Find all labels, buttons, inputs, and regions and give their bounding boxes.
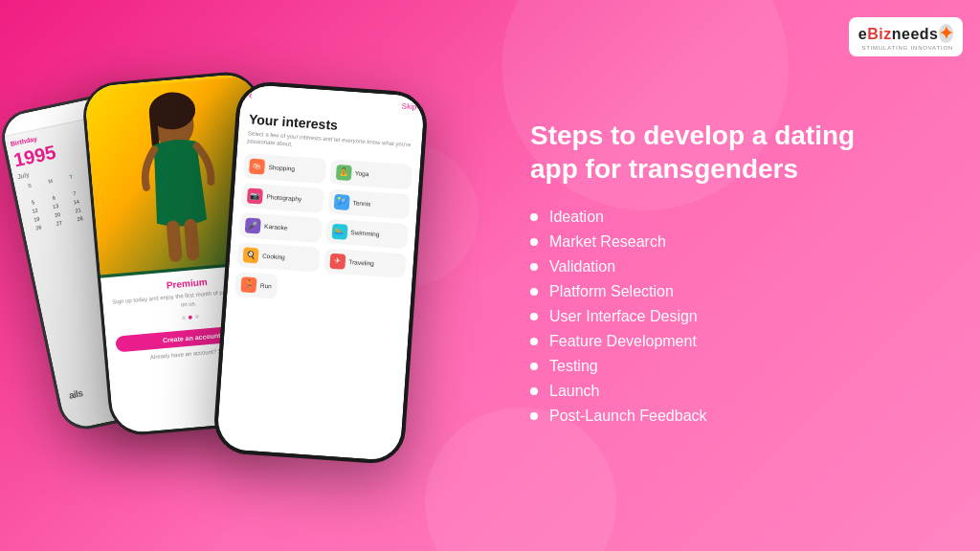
content-section: Steps to develop a dating app for transg… xyxy=(511,0,980,551)
phones-section: Birthday 1995 July S M T W T F S 1 xyxy=(0,0,479,551)
tag-tennis-label: Tennis xyxy=(352,199,370,207)
photography-icon: 📷 xyxy=(247,187,263,204)
bullet-icon xyxy=(530,338,538,345)
steps-list: Ideation Market Research Validation Plat… xyxy=(530,209,932,432)
dot xyxy=(194,315,198,319)
tag-yoga-label: Yoga xyxy=(355,169,369,177)
step-label: Market Research xyxy=(549,233,666,251)
bullet-icon xyxy=(530,263,538,271)
list-item: Platform Selection xyxy=(530,283,932,300)
tag-traveling-label: Traveling xyxy=(348,258,374,267)
step-label: Post-Launch Feedback xyxy=(549,408,707,425)
tag-karaoke[interactable]: 🎤 Karaoke xyxy=(238,212,322,243)
tag-shopping-label: Shopping xyxy=(268,164,295,172)
bullet-icon xyxy=(530,387,538,395)
phone-back-label: ails xyxy=(68,387,84,401)
list-item: Launch xyxy=(530,383,932,400)
bullet-icon xyxy=(530,363,538,370)
list-item: Post-Launch Feedback xyxy=(530,408,932,425)
step-label: Feature Development xyxy=(549,333,697,350)
title-line1: Steps to develop a dating xyxy=(530,121,855,150)
tag-cooking-label: Cooking xyxy=(262,253,285,261)
bullet-icon xyxy=(530,412,538,420)
cooking-icon: 🍳 xyxy=(243,247,259,263)
dot xyxy=(181,316,185,320)
swimming-icon: 🏊 xyxy=(331,223,347,239)
list-item: Testing xyxy=(530,358,932,375)
list-item: Market Research xyxy=(530,233,932,251)
step-label: Validation xyxy=(549,258,615,276)
tag-tennis[interactable]: 🎾 Tennis xyxy=(327,188,411,219)
back-button[interactable]: ‹ xyxy=(248,88,253,101)
karaoke-icon: 🎤 xyxy=(245,217,261,233)
bullet-icon xyxy=(530,288,538,296)
bullet-icon xyxy=(530,238,538,246)
step-label: Platform Selection xyxy=(549,283,674,300)
list-item: Ideation xyxy=(530,209,932,226)
main-title: Steps to develop a dating app for transg… xyxy=(530,119,932,186)
title-line2: app for transgenders xyxy=(530,154,798,184)
dot-active xyxy=(188,316,191,320)
yoga-icon: 🧘 xyxy=(335,164,351,180)
skip-button[interactable]: Skip xyxy=(402,101,417,111)
phone-front-screen: ‹ Skip Your interests Select a few of yo… xyxy=(216,84,425,461)
traveling-icon: ✈ xyxy=(329,253,345,269)
shopping-icon: 🛍 xyxy=(249,158,265,174)
step-label: Ideation xyxy=(549,209,604,226)
list-item: User Interface Design xyxy=(530,308,932,325)
run-icon: 🏃 xyxy=(240,276,256,293)
step-label: Launch xyxy=(549,383,600,400)
tag-yoga[interactable]: 🧘 Yoga xyxy=(329,159,412,189)
tag-photography[interactable]: 📷 Photography xyxy=(241,183,324,213)
tag-shopping[interactable]: 🛍 Shopping xyxy=(243,153,326,184)
tag-photography-label: Photography xyxy=(266,193,301,203)
tennis-icon: 🎾 xyxy=(333,193,349,209)
list-item: Validation xyxy=(530,258,932,276)
list-item: Feature Development xyxy=(530,333,932,350)
step-label: Testing xyxy=(549,358,598,375)
tag-run-label: Run xyxy=(260,282,272,290)
step-label: User Interface Design xyxy=(549,308,698,325)
tag-swimming-label: Swimming xyxy=(350,229,379,237)
phone-front: ‹ Skip Your interests Select a few of yo… xyxy=(212,79,430,465)
bullet-icon xyxy=(530,213,538,221)
tag-swimming[interactable]: 🏊 Swimming xyxy=(325,218,409,249)
tag-run[interactable]: 🏃 Run xyxy=(234,271,278,298)
interests-grid: 🛍 Shopping 🧘 Yoga 📷 Photography 🎾 Tennis… xyxy=(229,152,420,278)
bullet-icon xyxy=(530,313,538,320)
tag-karaoke-label: Karaoke xyxy=(264,223,288,231)
